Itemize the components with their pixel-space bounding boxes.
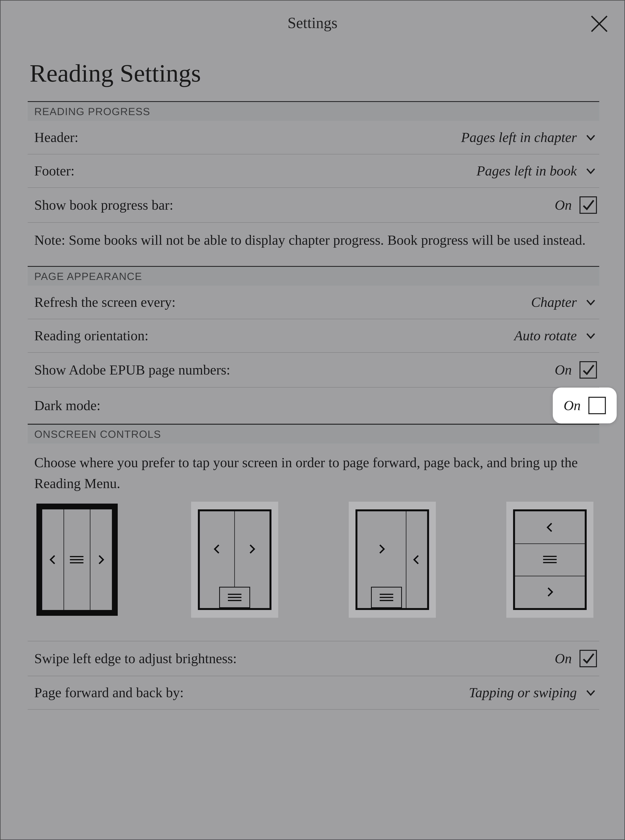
label-dark-mode: Dark mode: — [34, 398, 101, 414]
chevron-right-icon — [515, 576, 585, 608]
value-refresh: Chapter — [531, 294, 577, 310]
value-swipe-brightness: On — [555, 651, 572, 666]
checkmark-icon — [581, 652, 595, 665]
label-adobe: Show Adobe EPUB page numbers: — [34, 362, 230, 378]
hamburger-icon — [219, 587, 250, 608]
label-refresh: Refresh the screen every: — [34, 294, 176, 310]
checkbox-swipe-brightness[interactable] — [580, 650, 597, 667]
row-show-progress-bar[interactable]: Show book progress bar: On — [28, 188, 599, 223]
chevron-right-icon — [358, 511, 406, 587]
label-orientation: Reading orientation: — [34, 328, 149, 344]
checkbox-adobe[interactable] — [580, 361, 597, 378]
row-orientation[interactable]: Reading orientation: Auto rotate — [28, 319, 599, 353]
chevron-left-icon — [515, 511, 585, 543]
hamburger-icon — [371, 587, 402, 608]
checkmark-icon — [581, 198, 595, 212]
checkbox-dark-mode[interactable] — [588, 397, 606, 414]
hamburger-icon — [515, 543, 585, 575]
row-header-progress[interactable]: Header: Pages left in chapter — [28, 121, 599, 154]
row-swipe-brightness[interactable]: Swipe left edge to adjust brightness: On — [28, 641, 599, 676]
tap-layout-option-3[interactable] — [349, 502, 436, 618]
chevron-right-icon — [90, 509, 112, 610]
tap-layout-options — [28, 502, 599, 641]
onscreen-controls-intro: Choose where you prefer to tap your scre… — [28, 443, 599, 502]
settings-panel: Settings Reading Settings READING PROGRE… — [0, 0, 625, 840]
section-header-page-appearance: PAGE APPEARANCE — [28, 266, 599, 286]
label-header: Header: — [34, 129, 78, 146]
tap-layout-option-1[interactable] — [34, 502, 121, 618]
topbar-title: Settings — [288, 14, 337, 32]
chevron-down-icon — [585, 131, 597, 144]
value-show-progress: On — [555, 197, 572, 213]
note-reading-progress: Note: Some books will not be able to dis… — [28, 223, 599, 266]
label-footer: Footer: — [34, 163, 75, 179]
row-page-method[interactable]: Page forward and back by: Tapping or swi… — [28, 676, 599, 710]
chevron-down-icon — [585, 296, 597, 308]
value-page-method: Tapping or swiping — [469, 685, 577, 701]
tap-layout-option-2[interactable] — [191, 502, 278, 618]
close-button[interactable] — [588, 12, 611, 36]
chevron-down-icon — [585, 687, 597, 699]
content: Reading Settings READING PROGRESS Header… — [1, 59, 624, 710]
close-icon — [589, 14, 609, 34]
chevron-left-icon — [42, 509, 64, 610]
dark-mode-highlight: On — [553, 387, 617, 423]
tap-layout-option-4[interactable] — [506, 502, 594, 618]
label-show-progress: Show book progress bar: — [34, 197, 173, 213]
chevron-left-icon — [406, 511, 427, 608]
checkbox-show-progress[interactable] — [580, 196, 597, 214]
row-adobe-epub[interactable]: Show Adobe EPUB page numbers: On — [28, 353, 599, 387]
chevron-right-icon — [234, 511, 269, 587]
section-header-onscreen-controls: ONSCREEN CONTROLS — [28, 424, 599, 443]
chevron-down-icon — [585, 330, 597, 342]
chevron-down-icon — [585, 165, 597, 177]
value-adobe: On — [555, 362, 572, 378]
row-refresh[interactable]: Refresh the screen every: Chapter — [28, 286, 599, 319]
checkmark-icon — [581, 363, 595, 377]
value-orientation: Auto rotate — [514, 328, 577, 344]
chevron-left-icon — [200, 511, 234, 587]
topbar: Settings — [1, 1, 624, 45]
section-header-reading-progress: READING PROGRESS — [28, 101, 599, 121]
hamburger-icon — [64, 509, 90, 610]
row-dark-mode[interactable]: Dark mode: On — [28, 387, 609, 424]
value-dark-mode: On — [564, 398, 581, 414]
value-footer: Pages left in book — [476, 163, 577, 179]
label-page-method: Page forward and back by: — [34, 685, 184, 701]
row-footer-progress[interactable]: Footer: Pages left in book — [28, 154, 599, 188]
value-header: Pages left in chapter — [461, 129, 577, 146]
page-title: Reading Settings — [28, 59, 599, 88]
label-swipe-brightness: Swipe left edge to adjust brightness: — [34, 651, 237, 666]
